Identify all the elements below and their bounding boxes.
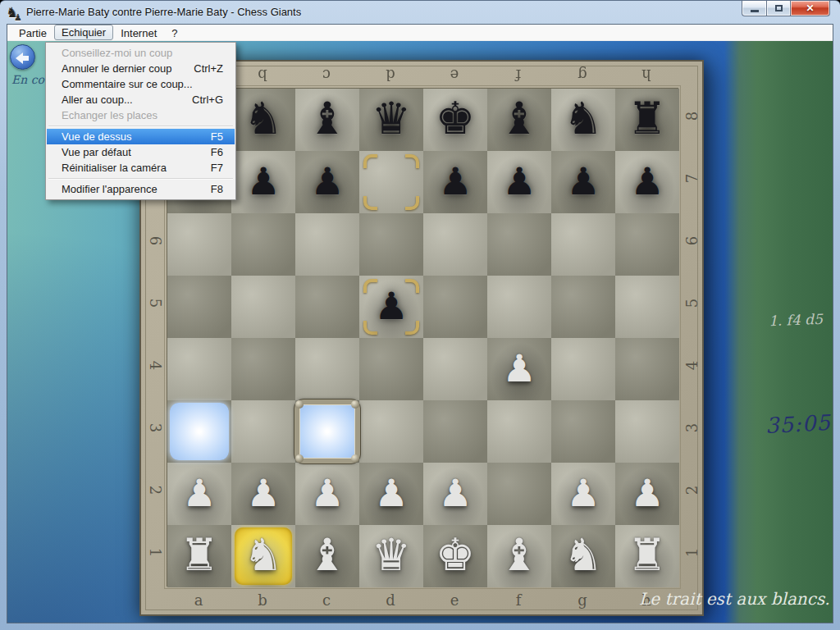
square-d4[interactable] — [359, 338, 423, 400]
black-bishop-c8[interactable]: ♝ — [295, 89, 359, 151]
application-window: ♞♟ Pierre-Marie Baty contre Pierre-Marie… — [0, 0, 840, 630]
white-pawn-h2[interactable]: ♟ — [615, 463, 679, 525]
square-texture — [167, 213, 231, 276]
square-g3[interactable] — [551, 400, 615, 463]
minimize-button[interactable] — [742, 1, 766, 16]
square-f2[interactable] — [487, 463, 551, 525]
frame-ornament — [351, 454, 359, 463]
square-e4[interactable] — [423, 338, 487, 400]
rank-label-left-2: 2 — [147, 480, 164, 501]
white-pawn-c2[interactable]: ♟ — [295, 463, 359, 525]
white-queen-d1[interactable]: ♛ — [359, 525, 423, 587]
square-d6[interactable] — [359, 213, 423, 276]
square-d3[interactable] — [359, 400, 423, 463]
context-menu-item-r-initialiser-la-cam-ra[interactable]: Réinitialiser la caméraF7 — [47, 160, 235, 176]
context-menu-item-vue-de-dessus[interactable]: Vue de dessusF5 — [47, 129, 235, 144]
black-knight-g8[interactable]: ♞ — [551, 89, 615, 151]
context-menu-item-annuler-le-dernier-coup[interactable]: Annuler le dernier coupCtrl+Z — [47, 61, 235, 76]
square-a6[interactable] — [167, 213, 231, 276]
square-texture — [551, 400, 615, 463]
menu-item-shortcut: Ctrl+Z — [194, 62, 223, 75]
file-label-top-c: c — [294, 66, 358, 84]
square-h5[interactable] — [615, 276, 679, 338]
menu-item-label: Annuler le dernier coup — [62, 62, 179, 75]
white-bishop-f1[interactable]: ♝ — [487, 525, 551, 587]
menu-item-shortcut: Ctrl+G — [192, 94, 223, 106]
white-pawn-f4[interactable]: ♟ — [487, 338, 551, 400]
square-h3[interactable] — [615, 400, 679, 463]
context-menu-item-aller-au-coup[interactable]: Aller au coup...Ctrl+G — [47, 92, 235, 107]
black-pawn-f7[interactable]: ♟ — [487, 151, 551, 213]
white-pawn-a2[interactable]: ♟ — [167, 463, 231, 525]
black-queen-d8[interactable]: ♛ — [359, 89, 423, 151]
black-pawn-e7[interactable]: ♟ — [423, 151, 487, 213]
black-pawn-c7[interactable]: ♟ — [295, 151, 359, 213]
square-f6[interactable] — [487, 213, 551, 276]
white-king-e1[interactable]: ♚ — [423, 525, 487, 587]
white-rook-a1[interactable]: ♜ — [167, 525, 231, 587]
menubar-item-partie[interactable]: Partie — [11, 25, 54, 40]
menubar-item-item[interactable]: ? — [164, 25, 185, 40]
square-e3[interactable] — [423, 400, 487, 463]
square-e6[interactable] — [423, 213, 487, 276]
square-texture — [423, 213, 487, 276]
square-c5[interactable] — [295, 276, 359, 338]
square-e5[interactable] — [423, 276, 487, 338]
square-b5[interactable] — [231, 276, 295, 338]
square-b3[interactable] — [231, 400, 295, 463]
square-c4[interactable] — [295, 338, 359, 400]
black-rook-h8[interactable]: ♜ — [615, 89, 679, 151]
black-pawn-g7[interactable]: ♟ — [551, 151, 615, 213]
title-bar[interactable]: ♞♟ Pierre-Marie Baty contre Pierre-Marie… — [0, 1, 840, 24]
square-b6[interactable] — [231, 213, 295, 276]
menubar-item-internet[interactable]: Internet — [113, 25, 164, 40]
square-texture — [551, 276, 615, 338]
back-arrow-icon — [16, 52, 23, 64]
square-g6[interactable] — [551, 213, 615, 276]
square-h6[interactable] — [615, 213, 679, 276]
white-pawn-g2[interactable]: ♟ — [551, 463, 615, 525]
back-button[interactable] — [10, 44, 35, 70]
maximize-button[interactable] — [766, 1, 791, 16]
white-pawn-d2[interactable]: ♟ — [359, 463, 423, 525]
square-texture — [295, 276, 359, 338]
black-pawn-h7[interactable]: ♟ — [615, 151, 679, 213]
menu-bar: PartieEchiquierInternet? — [7, 25, 833, 41]
square-texture — [295, 213, 359, 276]
black-bishop-f8[interactable]: ♝ — [487, 89, 551, 151]
context-menu-item-modifier-l-apparence[interactable]: Modifier l'apparenceF8 — [47, 181, 235, 197]
black-pawn-b7[interactable]: ♟ — [231, 151, 295, 213]
rank-label-left-3: 3 — [147, 418, 164, 439]
square-texture — [487, 463, 551, 525]
white-bishop-c1[interactable]: ♝ — [295, 525, 359, 587]
square-a5[interactable] — [167, 276, 231, 338]
file-label-bottom-f: f — [486, 591, 550, 609]
square-a4[interactable] — [167, 338, 231, 400]
square-c6[interactable] — [295, 213, 359, 276]
menubar-item-echiquier[interactable]: Echiquier — [54, 25, 113, 40]
square-f5[interactable] — [487, 276, 551, 338]
maximize-icon — [775, 5, 783, 11]
square-f3[interactable] — [487, 400, 551, 463]
square-b4[interactable] — [231, 338, 295, 400]
black-pawn-d5[interactable]: ♟ — [359, 276, 423, 338]
white-knight-g1[interactable]: ♞ — [551, 525, 615, 587]
white-pawn-b2[interactable]: ♟ — [231, 463, 295, 525]
context-menu-item-commentaire-sur-ce-coup[interactable]: Commentaire sur ce coup... — [47, 76, 235, 92]
highlight-target-framed-c3 — [294, 399, 360, 463]
white-rook-h1[interactable]: ♜ — [615, 525, 679, 587]
square-texture — [167, 338, 231, 400]
black-king-e8[interactable]: ♚ — [423, 89, 487, 151]
context-menu-item-vue-par-d-faut[interactable]: Vue par défautF6 — [47, 144, 235, 160]
menu-separator — [48, 126, 233, 126]
rank-label-right-5: 5 — [683, 293, 701, 314]
file-label-bottom-c: c — [294, 591, 358, 609]
square-g4[interactable] — [551, 338, 615, 400]
close-button[interactable]: ✕ — [791, 1, 830, 16]
square-h4[interactable] — [615, 338, 679, 400]
white-knight-b1[interactable]: ♞ — [231, 525, 295, 587]
square-g5[interactable] — [551, 276, 615, 338]
white-pawn-e2[interactable]: ♟ — [423, 463, 487, 525]
black-knight-b8[interactable]: ♞ — [231, 89, 295, 151]
file-label-top-h: h — [614, 66, 678, 84]
